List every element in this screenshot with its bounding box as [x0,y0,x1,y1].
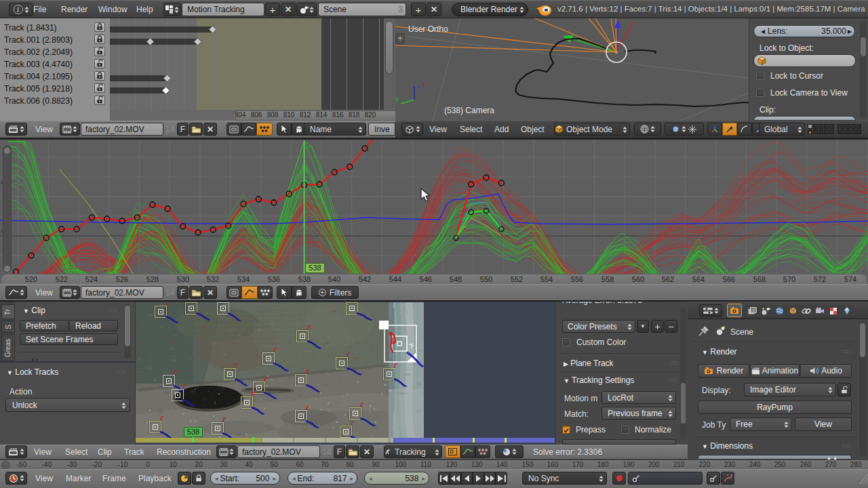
svg-text:x: x [422,81,426,87]
svg-text:y: y [395,96,399,102]
svg-text:z: z [417,83,420,90]
